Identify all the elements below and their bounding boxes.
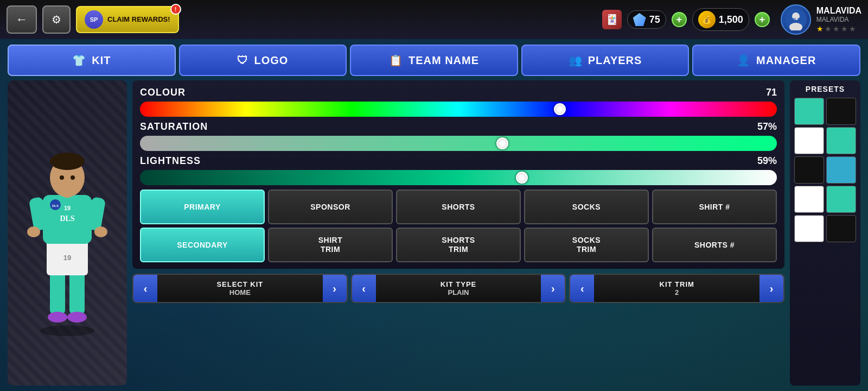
profile-area: DLS MALAVIDA MALAVIDA ★ ★ ★ ★ ★ xyxy=(781,4,861,35)
kit-trim-prev[interactable]: ‹ xyxy=(570,275,594,302)
shorts-button[interactable]: SHORTS xyxy=(396,190,521,224)
svg-point-17 xyxy=(71,175,75,180)
saturation-value: 57% xyxy=(757,121,777,133)
controls-panel: COLOUR 71 SATURATION 57% xyxy=(132,80,784,386)
tab-logo[interactable]: 🛡 LOGO xyxy=(179,45,347,76)
secondary-button[interactable]: SECONDARY xyxy=(140,228,265,262)
preset-row-2 xyxy=(794,156,856,184)
kit-type-prev[interactable]: ‹ xyxy=(352,275,376,302)
kit-tab-label: KIT xyxy=(92,54,111,67)
preset-swatch-0-0[interactable] xyxy=(794,98,824,125)
bottom-navigation: ‹ SELECT KIT HOME › ‹ KIT TYPE PLAIN › xyxy=(132,273,784,304)
lightness-thumb[interactable] xyxy=(516,172,528,184)
lightness-slider[interactable] xyxy=(140,170,777,185)
hue-slider[interactable] xyxy=(140,102,777,117)
saturation-thumb[interactable] xyxy=(496,137,508,149)
tab-team-name[interactable]: 📋 TEAM NAME xyxy=(350,45,518,76)
saturation-row: SATURATION 57% xyxy=(140,121,777,151)
preset-row-0 xyxy=(794,98,856,125)
tab-kit[interactable]: 👕 KIT xyxy=(8,45,176,76)
nav-tabs: 👕 KIT 🛡 LOGO 📋 TEAM NAME 👥 PLAYERS 👤 MAN… xyxy=(8,45,860,76)
claim-rewards-button[interactable]: SP CLAIM REWARDS! ! xyxy=(76,6,179,33)
colour-section: COLOUR 71 SATURATION 57% xyxy=(132,80,784,269)
player-figure: DLS 19 DLS 19 xyxy=(18,130,116,336)
lightness-row: LIGHTNESS 59% xyxy=(140,155,777,185)
players-tab-label: PLAYERS xyxy=(588,54,642,67)
top-bar: ← ⚙ SP CLAIM REWARDS! ! 🃏 75 + 💰 1,500 +… xyxy=(0,0,868,39)
primary-button[interactable]: PRIMARY xyxy=(140,190,265,224)
select-kit-prev[interactable]: ‹ xyxy=(133,275,157,302)
socks-trim-button[interactable]: SOCKS TRIM xyxy=(524,228,649,262)
manager-tab-icon: 👤 xyxy=(737,54,751,67)
preset-swatch-0-1[interactable] xyxy=(826,98,856,125)
gem-count: 75 xyxy=(649,14,660,26)
preset-swatch-3-0[interactable] xyxy=(794,186,824,213)
logo-tab-label: LOGO xyxy=(254,54,288,67)
preset-row-3 xyxy=(794,186,856,213)
primary-label: PRIMARY xyxy=(184,203,221,212)
presets-panel: PRESETS xyxy=(790,80,860,386)
preset-swatch-2-0[interactable] xyxy=(794,156,824,184)
settings-button[interactable]: ⚙ xyxy=(42,5,71,34)
shorts-hash-label: SHORTS # xyxy=(694,241,735,250)
sponsor-button[interactable]: SPONSOR xyxy=(268,190,393,224)
saturation-slider[interactable] xyxy=(140,136,777,151)
preset-swatch-2-1[interactable] xyxy=(826,156,856,184)
tab-players[interactable]: 👥 PLAYERS xyxy=(521,45,690,76)
kit-type-label: KIT TYPE xyxy=(441,280,477,288)
shirt-trim-button[interactable]: SHIRT TRIM xyxy=(268,228,393,262)
preset-swatch-3-1[interactable] xyxy=(826,186,856,213)
add-gem-button[interactable]: + xyxy=(672,12,687,27)
kit-trim-label: KIT TRIM xyxy=(660,280,694,288)
back-button[interactable]: ← xyxy=(7,5,37,34)
saturation-label-row: SATURATION 57% xyxy=(140,121,777,133)
svg-point-12 xyxy=(94,226,107,237)
kit-type-next[interactable]: › xyxy=(541,275,565,302)
preset-swatch-1-0[interactable] xyxy=(794,127,824,154)
kit-trim-next[interactable]: › xyxy=(760,275,783,302)
shorts-trim-button[interactable]: SHORTS TRIM xyxy=(396,228,521,262)
profile-info: MALAVIDA MALAVIDA ★ ★ ★ ★ ★ xyxy=(816,6,861,33)
claim-badge: ! xyxy=(170,4,181,15)
team-name-tab-label: TEAM NAME xyxy=(409,54,479,67)
socks-button[interactable]: SOCKS xyxy=(524,190,649,224)
manager-tab-label: MANAGER xyxy=(756,54,816,67)
preset-swatch-1-1[interactable] xyxy=(826,127,856,154)
svg-point-15 xyxy=(50,153,85,170)
colour-row: COLOUR 71 xyxy=(140,87,777,117)
preset-row-4 xyxy=(794,215,856,242)
shorts-hash-button[interactable]: SHORTS # xyxy=(652,228,777,262)
shirt-hash-button[interactable]: SHIRT # xyxy=(652,190,777,224)
profile-subtitle: MALAVIDA xyxy=(816,16,861,23)
colour-value: 71 xyxy=(766,87,777,98)
main-content: 👕 KIT 🛡 LOGO 📋 TEAM NAME 👥 PLAYERS 👤 MAN… xyxy=(0,39,868,391)
svg-text:DLS: DLS xyxy=(792,17,801,22)
preset-swatch-4-1[interactable] xyxy=(826,215,856,242)
svg-point-11 xyxy=(27,226,40,237)
preset-swatch-4-0[interactable] xyxy=(794,215,824,242)
profile-name: MALAVIDA xyxy=(816,6,861,16)
avatar: DLS xyxy=(781,4,811,35)
tab-manager[interactable]: 👤 MANAGER xyxy=(692,45,860,76)
colour-label-row: COLOUR 71 xyxy=(140,87,777,98)
logo-tab-icon: 🛡 xyxy=(237,54,248,67)
svg-point-16 xyxy=(60,175,64,180)
colour-label: COLOUR xyxy=(140,87,186,98)
shorts-trim-label: SHORTS TRIM xyxy=(442,236,475,254)
presets-label: PRESETS xyxy=(794,85,856,93)
hue-thumb[interactable] xyxy=(554,103,566,115)
svg-rect-5 xyxy=(50,271,65,314)
shirt-trim-label: SHIRT TRIM xyxy=(318,236,343,254)
claim-label: CLAIM REWARDS! xyxy=(107,15,170,24)
select-kit-next[interactable]: › xyxy=(323,275,347,302)
svg-text:19: 19 xyxy=(63,254,71,262)
select-kit-center: SELECT KIT HOME xyxy=(157,280,323,297)
add-coin-button[interactable]: + xyxy=(755,12,770,27)
svg-point-21 xyxy=(67,312,87,323)
back-icon: ← xyxy=(16,12,28,27)
star-2: ★ xyxy=(825,24,832,33)
star-4: ★ xyxy=(841,24,848,33)
lightness-value: 59% xyxy=(757,155,777,167)
svg-text:19: 19 xyxy=(64,205,71,211)
colour-buttons: PRIMARY SPONSOR SHORTS SOCKS SHIRT # xyxy=(140,190,777,262)
